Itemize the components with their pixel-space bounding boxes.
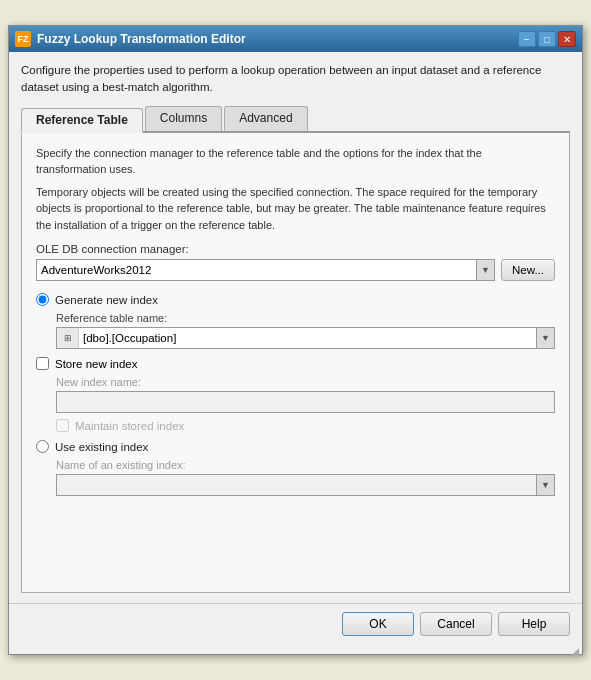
- tab-description: Specify the connection manager to the re…: [36, 145, 555, 234]
- help-button[interactable]: Help: [498, 612, 570, 636]
- minimize-button[interactable]: −: [518, 31, 536, 47]
- tab-bar: Reference Table Columns Advanced: [21, 106, 570, 133]
- new-connection-button[interactable]: New...: [501, 259, 555, 281]
- store-new-index-checkbox-item: Store new index: [36, 357, 555, 370]
- existing-index-dropdown-arrow: ▼: [536, 475, 554, 495]
- new-index-name-input[interactable]: [56, 391, 555, 413]
- tab-content-reference-table: Specify the connection manager to the re…: [21, 133, 570, 593]
- existing-index-label: Name of an existing index:: [56, 459, 555, 471]
- main-window: FZ Fuzzy Lookup Transformation Editor − …: [8, 25, 583, 654]
- ole-db-label: OLE DB connection manager:: [36, 243, 555, 255]
- store-new-index-label: Store new index: [55, 358, 137, 370]
- connection-dropdown[interactable]: AdventureWorks2012 ▼: [36, 259, 495, 281]
- tab-desc-1: Specify the connection manager to the re…: [36, 145, 555, 178]
- generate-new-index-radio[interactable]: [36, 293, 49, 306]
- new-index-name-label: New index name:: [56, 376, 555, 388]
- radio-group: Generate new index Reference table name:…: [36, 293, 555, 496]
- maintain-checkbox-item: Maintain stored index: [56, 419, 555, 432]
- table-icon: ⊞: [57, 328, 79, 348]
- connection-row: AdventureWorks2012 ▼ New...: [36, 259, 555, 281]
- cancel-button[interactable]: Cancel: [420, 612, 492, 636]
- ok-button[interactable]: OK: [342, 612, 414, 636]
- reference-table-dropdown[interactable]: ⊞ [dbo].[Occupation] ▼: [56, 327, 555, 349]
- tab-advanced[interactable]: Advanced: [224, 106, 307, 131]
- use-existing-index-label: Use existing index: [55, 441, 148, 453]
- window-title: Fuzzy Lookup Transformation Editor: [37, 32, 518, 46]
- tab-desc-2: Temporary objects will be created using …: [36, 184, 555, 234]
- tab-reference-table[interactable]: Reference Table: [21, 108, 143, 133]
- footer: OK Cancel Help: [9, 603, 582, 644]
- title-bar: FZ Fuzzy Lookup Transformation Editor − …: [9, 26, 582, 52]
- reference-table-dropdown-arrow: ▼: [536, 328, 554, 348]
- store-new-index-sub: New index name: Maintain stored index: [56, 376, 555, 432]
- use-existing-index-radio-item: Use existing index: [36, 440, 555, 453]
- generate-new-index-label: Generate new index: [55, 294, 158, 306]
- maintain-stored-index-label: Maintain stored index: [75, 420, 184, 432]
- existing-index-dropdown[interactable]: ▼: [56, 474, 555, 496]
- main-description: Configure the properties used to perform…: [21, 62, 570, 95]
- resize-corner: ◢: [9, 644, 582, 654]
- generate-new-index-radio-item: Generate new index: [36, 293, 555, 306]
- window-body: Configure the properties used to perform…: [9, 52, 582, 602]
- generate-new-index-sub: Reference table name: ⊞ [dbo].[Occupatio…: [56, 312, 555, 349]
- title-bar-controls: − □ ✕: [518, 31, 576, 47]
- store-new-index-checkbox[interactable]: [36, 357, 49, 370]
- reference-table-name-label: Reference table name:: [56, 312, 555, 324]
- reference-table-select[interactable]: [dbo].[Occupation]: [79, 328, 536, 348]
- existing-index-select[interactable]: [57, 475, 536, 495]
- maintain-stored-index-checkbox[interactable]: [56, 419, 69, 432]
- close-button[interactable]: ✕: [558, 31, 576, 47]
- use-existing-index-radio[interactable]: [36, 440, 49, 453]
- connection-select[interactable]: AdventureWorks2012: [41, 260, 490, 280]
- window-icon: FZ: [15, 31, 31, 47]
- use-existing-index-sub: Name of an existing index: ▼: [56, 459, 555, 496]
- maximize-button[interactable]: □: [538, 31, 556, 47]
- tab-columns[interactable]: Columns: [145, 106, 222, 131]
